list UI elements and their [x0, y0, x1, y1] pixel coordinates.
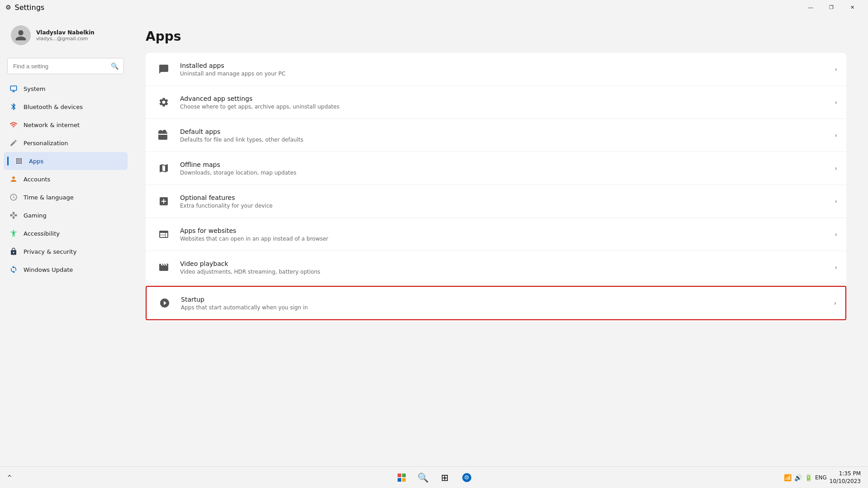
default-apps-settings-icon — [155, 126, 173, 144]
offline-maps-description: Downloads, storage location, map updates — [180, 170, 827, 176]
video-playback-text: Video playback Video adjustments, HDR st… — [180, 260, 827, 275]
main-content: Apps Installed apps Uninstall and manage… — [131, 14, 868, 466]
sidebar-item-label-personalization: Personalization — [24, 140, 68, 147]
search-icon: 🔍 — [111, 62, 119, 70]
network-tray-icon[interactable]: 📶 — [784, 474, 792, 481]
startup-description: Apps that start automatically when you s… — [181, 304, 826, 311]
task-view-button[interactable]: ⊞ — [435, 468, 455, 488]
startup-title: Startup — [181, 296, 826, 303]
user-profile[interactable]: Vladyslav Nabelkin vladys...@gmail.com — [4, 18, 128, 52]
taskbar-right: 📶 🔊 🔋 ENG 1:35 PM 10/10/2023 — [784, 470, 861, 485]
start-button[interactable] — [392, 468, 412, 488]
sidebar-item-label-gaming: Gaming — [24, 212, 47, 219]
search-container: 🔍 — [0, 54, 131, 78]
optional-features-title: Optional features — [180, 194, 827, 201]
chevron-right-icon: › — [835, 165, 837, 172]
chevron-up-icon[interactable]: ^ — [7, 474, 52, 481]
language-indicator[interactable]: ENG — [815, 474, 827, 481]
installed-apps-description: Uninstall and manage apps on your PC — [180, 71, 827, 77]
privacy-icon — [9, 247, 18, 256]
taskbar: ^ 🔍 ⊞ ⚙ 📶 🔊 🔋 ENG 1:35 PM 10/10/2023 — [0, 466, 868, 488]
settings-item-installed-apps[interactable]: Installed apps Uninstall and manage apps… — [146, 53, 846, 86]
sidebar-item-system[interactable]: System — [4, 80, 128, 98]
sidebar-item-update[interactable]: Windows Update — [4, 261, 128, 279]
user-info: Vladyslav Nabelkin vladys...@gmail.com — [36, 29, 95, 42]
advanced-app-settings-settings-icon — [155, 93, 173, 111]
sidebar-item-accounts[interactable]: Accounts — [4, 170, 128, 188]
sidebar-item-accessibility[interactable]: Accessibility — [4, 224, 128, 242]
accessibility-icon — [9, 229, 18, 238]
settings-item-offline-maps[interactable]: Offline maps Downloads, storage location… — [146, 152, 846, 185]
title-bar-left: ⚙ Settings — [5, 3, 44, 12]
sidebar-item-time[interactable]: Time & language — [4, 188, 128, 206]
sidebar-item-personalization[interactable]: Personalization — [4, 134, 128, 152]
bluetooth-icon — [9, 102, 18, 111]
sidebar-item-label-system: System — [24, 85, 45, 92]
settings-item-startup[interactable]: Startup Apps that start automatically wh… — [146, 286, 846, 320]
chevron-right-icon: › — [835, 99, 837, 106]
settings-taskbar-button[interactable]: ⚙ — [457, 468, 477, 488]
advanced-app-settings-title: Advanced app settings — [180, 95, 827, 102]
close-button[interactable]: ✕ — [842, 0, 863, 14]
maximize-button[interactable]: ❐ — [821, 0, 842, 14]
sidebar-item-label-apps: Apps — [29, 158, 43, 165]
startup-settings-icon — [156, 294, 174, 312]
advanced-app-settings-text: Advanced app settings Choose where to ge… — [180, 95, 827, 110]
installed-apps-settings-icon — [155, 60, 173, 78]
apps-for-websites-settings-icon — [155, 225, 173, 243]
settings-item-advanced-app-settings[interactable]: Advanced app settings Choose where to ge… — [146, 86, 846, 119]
chevron-right-icon: › — [834, 299, 836, 307]
settings-list: Installed apps Uninstall and manage apps… — [146, 53, 846, 322]
title-bar: ⚙ Settings — ❐ ✕ — [0, 0, 868, 14]
time-icon — [9, 193, 18, 202]
optional-features-settings-icon — [155, 192, 173, 210]
sidebar-item-label-bluetooth: Bluetooth & devices — [24, 104, 83, 110]
optional-features-text: Optional features Extra functionality fo… — [180, 194, 827, 209]
search-input[interactable] — [7, 58, 124, 74]
sidebar-item-label-privacy: Privacy & security — [24, 248, 76, 255]
sidebar-item-label-update: Windows Update — [24, 266, 73, 273]
settings-item-default-apps[interactable]: Default apps Defaults for file and link … — [146, 119, 846, 152]
system-tray: 📶 🔊 🔋 ENG 1:35 PM 10/10/2023 — [784, 470, 861, 485]
sidebar-item-label-accessibility: Accessibility — [24, 230, 60, 237]
default-apps-text: Default apps Defaults for file and link … — [180, 128, 827, 143]
battery-tray-icon[interactable]: 🔋 — [805, 474, 812, 481]
network-icon — [9, 120, 18, 129]
settings-icon: ⚙ — [5, 4, 11, 11]
apps-for-websites-description: Websites that can open in an app instead… — [180, 236, 827, 242]
settings-item-video-playback[interactable]: Video playback Video adjustments, HDR st… — [146, 251, 846, 284]
personalization-icon — [9, 138, 18, 147]
settings-item-optional-features[interactable]: Optional features Extra functionality fo… — [146, 185, 846, 218]
default-apps-description: Defaults for file and link types, other … — [180, 137, 827, 143]
user-name: Vladyslav Nabelkin — [36, 29, 95, 36]
clock[interactable]: 1:35 PM 10/10/2023 — [830, 470, 861, 485]
advanced-app-settings-description: Choose where to get apps, archive apps, … — [180, 104, 827, 110]
accounts-icon — [9, 175, 18, 184]
settings-icon-taskbar: ⚙ — [462, 473, 471, 482]
minimize-button[interactable]: — — [800, 0, 821, 14]
sidebar-item-label-time: Time & language — [24, 194, 74, 201]
settings-item-apps-for-websites[interactable]: Apps for websites Websites that can open… — [146, 218, 846, 251]
sidebar-item-network[interactable]: Network & internet — [4, 116, 128, 134]
time-display: 1:35 PM — [839, 470, 861, 478]
taskbar-center: 🔍 ⊞ ⚙ — [392, 468, 477, 488]
update-icon — [9, 265, 18, 274]
user-email: vladys...@gmail.com — [36, 36, 95, 42]
volume-tray-icon[interactable]: 🔊 — [794, 474, 802, 481]
gaming-icon — [9, 211, 18, 220]
offline-maps-title: Offline maps — [180, 161, 827, 168]
video-playback-description: Video adjustments, HDR streaming, batter… — [180, 269, 827, 275]
sidebar: Vladyslav Nabelkin vladys...@gmail.com 🔍… — [0, 14, 131, 466]
title-bar-controls: — ❐ ✕ — [800, 0, 863, 14]
main-window: Vladyslav Nabelkin vladys...@gmail.com 🔍… — [0, 14, 868, 466]
offline-maps-text: Offline maps Downloads, storage location… — [180, 161, 827, 176]
sidebar-item-gaming[interactable]: Gaming — [4, 206, 128, 224]
apps-for-websites-title: Apps for websites — [180, 227, 827, 234]
sidebar-item-apps[interactable]: Apps — [4, 152, 128, 170]
default-apps-title: Default apps — [180, 128, 827, 135]
apps-icon — [14, 156, 24, 166]
search-button[interactable]: 🔍 — [413, 468, 433, 488]
startup-text: Startup Apps that start automatically wh… — [181, 296, 826, 311]
sidebar-item-bluetooth[interactable]: Bluetooth & devices — [4, 98, 128, 116]
sidebar-item-privacy[interactable]: Privacy & security — [4, 242, 128, 261]
